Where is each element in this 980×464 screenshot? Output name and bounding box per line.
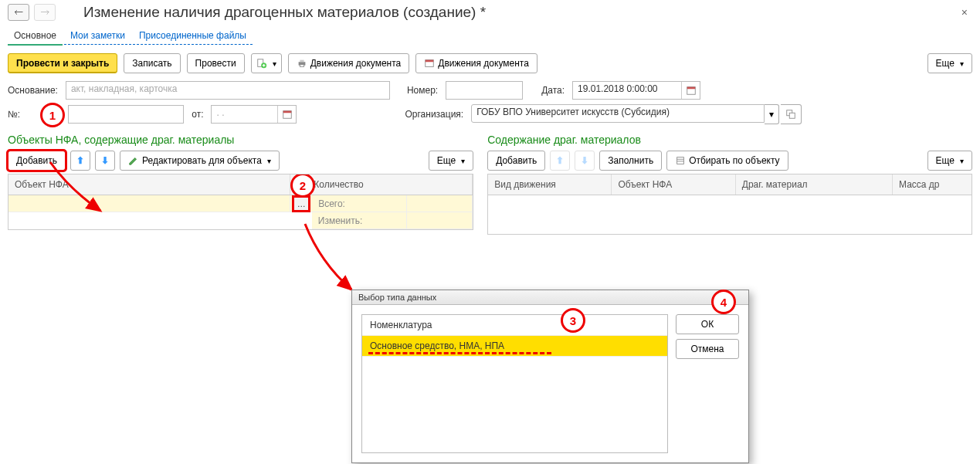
open-icon: [785, 109, 796, 120]
basis-field[interactable]: акт, накладная, карточка: [66, 81, 390, 100]
movements-register-button[interactable]: Движения документа: [415, 53, 537, 73]
right-col-movement[interactable]: Вид движения: [488, 174, 612, 195]
date-label: Дата:: [541, 85, 565, 96]
more-button[interactable]: Еще: [927, 53, 972, 73]
nav-back[interactable]: 🡐: [8, 4, 29, 21]
right-add-button[interactable]: Добавить: [487, 151, 545, 171]
caret-down-icon: ▾: [769, 109, 774, 120]
basis-label: Основание:: [8, 85, 58, 96]
left-col-qty[interactable]: Количество: [290, 174, 473, 195]
save-button[interactable]: Записать: [124, 53, 180, 73]
annotation-arrow-1: [23, 158, 116, 228]
caret-down-icon: [270, 58, 276, 69]
svg-rect-10: [283, 111, 292, 113]
inner-change-value: [407, 212, 473, 229]
arrow-down-icon: ⬇: [581, 155, 588, 166]
page-title: Изменение наличия драгоценных материалов…: [83, 4, 486, 21]
move-up-button: ⬆: [550, 151, 570, 171]
nav-forward: 🡒: [34, 4, 56, 21]
tab-notes[interactable]: Мои заметки: [64, 27, 131, 45]
number-field[interactable]: [446, 81, 523, 100]
date-field[interactable]: 19.01.2018 0:00:00: [572, 81, 700, 100]
caret-down-icon: [459, 155, 465, 166]
number-label: Номер:: [407, 85, 438, 96]
right-section-title: Содержание драг. материалов: [487, 134, 972, 146]
fill-button[interactable]: Заполнить: [599, 151, 662, 171]
caret-down-icon: [958, 58, 964, 69]
inner-total-value: [407, 195, 473, 212]
svg-rect-3: [300, 60, 303, 63]
org-label: Организация:: [405, 109, 463, 120]
post-and-close-button[interactable]: Провести и закрыть: [8, 53, 117, 73]
left-more-button[interactable]: Еще: [429, 151, 473, 171]
from-label: от:: [192, 109, 203, 120]
annotation-marker-1: 1: [40, 103, 65, 127]
calendar-icon[interactable]: [681, 82, 700, 99]
create-based-on-button[interactable]: [251, 53, 282, 73]
svg-rect-8: [687, 87, 695, 90]
right-col-object[interactable]: Объект НФА: [612, 174, 735, 195]
post-button[interactable]: Провести: [187, 53, 245, 73]
annotation-arrow-2: [297, 220, 375, 239]
movements-print-button[interactable]: Движения документа: [288, 53, 410, 73]
org-select-button[interactable]: ▾: [765, 104, 779, 124]
movements-print-label: Движения документа: [310, 58, 402, 69]
org-field[interactable]: ГОБУ ВПО Университет искусств (Субсидия): [471, 104, 765, 123]
movements-register-label: Движения документа: [438, 58, 529, 69]
filter-by-object-button[interactable]: Отбирать по объекту: [666, 151, 788, 171]
svg-rect-12: [789, 113, 795, 118]
cell-open-dialog[interactable]: …: [290, 195, 312, 212]
left-section-title: Объекты НФА, содержащие драг. материалы: [8, 134, 473, 146]
annotation-marker-2: 2: [290, 174, 315, 198]
ext-no-label: №:: [8, 109, 20, 120]
tab-files[interactable]: Присоединенные файлы: [133, 27, 253, 45]
close-icon[interactable]: ×: [957, 5, 972, 20]
printer-icon: [297, 58, 307, 69]
right-col-mass[interactable]: Масса др: [893, 174, 972, 195]
svg-rect-13: [677, 157, 684, 164]
caret-down-icon: [265, 155, 271, 166]
filter-icon: [675, 155, 686, 166]
calendar-icon[interactable]: [277, 106, 296, 123]
svg-rect-4: [300, 65, 303, 67]
from-date-field[interactable]: . .: [211, 105, 297, 124]
inner-total-label: Всего:: [312, 195, 407, 212]
caret-down-icon: [958, 155, 964, 166]
arrow-up-icon: ⬆: [556, 155, 564, 166]
edit-for-object-button[interactable]: Редактировать для объекта: [120, 151, 280, 171]
right-col-material[interactable]: Драг. материал: [736, 174, 893, 195]
ext-no-field[interactable]: [68, 105, 184, 124]
svg-rect-6: [426, 60, 434, 63]
document-plus-icon: [256, 58, 267, 69]
right-more-button[interactable]: Еще: [927, 151, 972, 171]
pencil-icon: [128, 155, 139, 166]
org-open-button[interactable]: [781, 104, 802, 124]
tab-main[interactable]: Основное: [8, 27, 63, 46]
ellipsis-button[interactable]: …: [293, 197, 309, 211]
right-table: Вид движения Объект НФА Драг. материал М…: [487, 174, 972, 235]
register-icon: [424, 58, 435, 69]
move-down-button: ⬇: [575, 151, 595, 171]
